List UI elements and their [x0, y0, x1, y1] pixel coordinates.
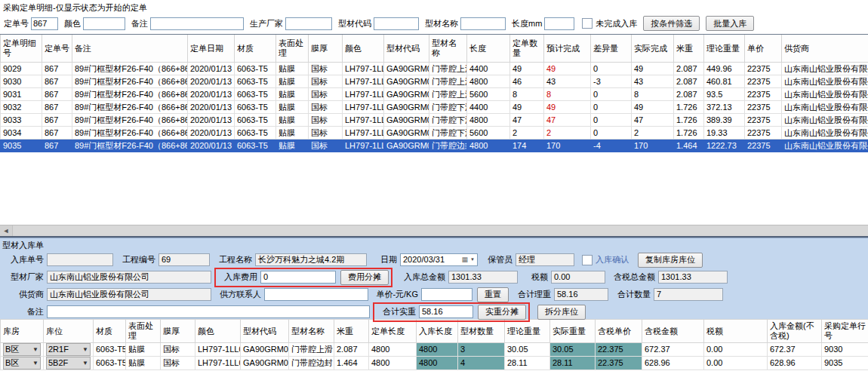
cell: LH797-1LL0 [343, 75, 384, 88]
unit-price-field[interactable] [421, 288, 472, 301]
cell: 贴膜 [276, 140, 309, 152]
copy-warehouse-location-button[interactable]: 复制库房库位 [638, 253, 703, 268]
horizontal-scrollbar[interactable]: ◄ [0, 225, 868, 236]
split-location-button[interactable]: 拆分库位 [537, 305, 586, 320]
manufacturer-filter-input[interactable] [285, 17, 332, 30]
scroll-left-button[interactable]: ◄ [0, 225, 13, 236]
location-select[interactable]: 2R1F▼ [46, 343, 91, 356]
entry-fee-field[interactable]: 0 [260, 271, 336, 284]
cell: 贴膜 [126, 357, 161, 370]
table-row[interactable]: 903586789#门框型材F26-F40（866+867）2020/01/13… [1, 140, 868, 152]
factory-field[interactable]: 山东南山铝业股份有限公司 [47, 271, 211, 284]
cell: 5B2F▼ [44, 357, 94, 370]
batch-entry-button[interactable]: 批量入库 [706, 16, 754, 31]
column-header: 定单号 [42, 35, 72, 63]
warehouse-select[interactable]: B区▼ [3, 343, 41, 356]
inbound-confirm-checkbox[interactable] [582, 255, 593, 265]
color-filter-input[interactable] [83, 17, 125, 30]
supplier-field[interactable]: 山东南山铝业股份有限公司 [47, 288, 211, 301]
cell: 4800 [467, 114, 510, 127]
cell: 9030 [822, 343, 868, 357]
cell: 8 [510, 88, 544, 101]
cell: 49 [544, 63, 591, 75]
table-row[interactable]: B区▼5B2F▼6063-T5贴膜国标LH797-1LL0GA90GRM05门带… [1, 357, 868, 370]
supplier-contact-label: 供方联系人 [211, 289, 261, 300]
cell: 49 [544, 101, 591, 114]
cell: 672.37 [642, 343, 704, 357]
table-row[interactable]: 903186789#门框型材F26-F40（866+867）2020/01/13… [1, 88, 868, 101]
tax-field[interactable]: 0.00 [551, 271, 605, 284]
cell: 2.087 [674, 88, 704, 101]
date-label: 日期 [367, 254, 397, 265]
total-actual-weight-field[interactable]: 58.16 [419, 305, 473, 318]
cell: 89#门框型材F26-F40（866+867） [72, 63, 188, 75]
profile-code-filter-input[interactable] [374, 17, 419, 30]
weight-split-button[interactable]: 实重分摊 [478, 305, 526, 320]
project-no-field[interactable]: 69 [159, 253, 210, 266]
cell: 46 [510, 75, 544, 88]
table-row[interactable]: B区▼2R1F▼6063-T5贴膜国标LH797-1LL0GA90GRM03门带… [1, 343, 868, 357]
cell: 19.33 [704, 127, 745, 140]
remark-label: 备注 [0, 306, 44, 317]
cell: LH797-1LL0 [343, 114, 384, 127]
reset-button[interactable]: 重置 [477, 287, 509, 302]
supplier-contact-field[interactable] [264, 288, 368, 301]
supplier-label: 供货商 [0, 289, 44, 300]
cell: 1.726 [674, 101, 704, 114]
cell: 国标 [309, 88, 343, 101]
cell: 贴膜 [276, 114, 309, 127]
total-with-tax-field[interactable]: 1301.33 [658, 271, 728, 284]
cell: 49 [632, 63, 674, 75]
column-header: 预计完成 [544, 35, 591, 63]
location-select[interactable]: 5B2F▼ [46, 357, 91, 369]
cell: 2020/01/13 [188, 63, 235, 75]
length-filter-input[interactable] [544, 17, 574, 30]
cell: 6063-T5 [235, 63, 276, 75]
cell: 22375 [745, 140, 782, 152]
date-field[interactable]: 2020/03/31 ▦ ▼ [400, 253, 478, 266]
column-header: 表面处理 [126, 320, 161, 343]
cell: GA90GRM04 [384, 114, 429, 127]
cell: 89#门框型材F26-F40（866+867） [72, 101, 188, 114]
column-header: 膜厚 [161, 320, 195, 343]
cell: 867 [42, 101, 72, 114]
cell: GA90GRM05 [384, 140, 429, 152]
total-qty-field[interactable]: 7 [654, 288, 723, 301]
keeper-field[interactable]: 经理 [516, 253, 574, 266]
table-row[interactable]: 903486789#门框型材F26-F40（866+867）2020/01/13… [1, 127, 868, 140]
column-header: 型材代码 [241, 320, 289, 343]
entry-no-field[interactable] [47, 253, 113, 266]
remark-filter-input[interactable] [150, 17, 244, 30]
remark-field[interactable] [47, 305, 370, 318]
total-amount-field[interactable]: 1301.33 [448, 271, 518, 284]
cell: 0.00 [704, 343, 768, 357]
cell: 国标 [309, 140, 343, 152]
cell: 6063-T5 [235, 140, 276, 152]
table-row[interactable]: 903086789#门框型材F26-F40（866+867）2020/01/13… [1, 75, 868, 88]
order-no-input[interactable] [31, 17, 58, 30]
cell: 5600 [467, 127, 510, 140]
fee-split-button[interactable]: 费用分摊 [340, 270, 389, 285]
table-row[interactable]: 903286789#门框型材F26-F40（866+867）2020/01/13… [1, 101, 868, 114]
fee-highlight-box: 入库费用 0 费用分摊 [214, 268, 392, 287]
column-header: 理论重量 [505, 320, 550, 343]
cell: 9035 [822, 357, 868, 370]
filter-by-condition-button[interactable]: 按条件筛选 [643, 16, 700, 31]
total-theory-weight-field[interactable]: 58.16 [554, 288, 608, 301]
unfinished-checkbox[interactable] [582, 18, 593, 29]
profile-name-filter-input[interactable] [460, 17, 506, 30]
inbound-panel: 型材入库单 入库单号 工程编号 69 工程名称 长沙万科魅力之城4.2期 日期 … [0, 238, 868, 319]
project-name-field[interactable]: 长沙万科魅力之城4.2期 [255, 253, 367, 266]
warehouse-select[interactable]: B区▼ [3, 357, 41, 369]
column-header: 定单明细号 [1, 35, 42, 63]
cell: B区▼ [1, 357, 44, 370]
cell: GA90GRM04 [384, 127, 429, 140]
cell: 2020/01/13 [188, 127, 235, 140]
cell: 山东南山铝业股份有限公司 [782, 127, 868, 140]
cell: 49 [510, 101, 544, 114]
table-row[interactable]: 903386789#门框型材F26-F40（866+867）2020/01/13… [1, 114, 868, 127]
table-row[interactable]: 902986789#门框型材F26-F40（866+867）2020/01/13… [1, 63, 868, 75]
cell: 22375 [745, 101, 782, 114]
cell: 22375 [745, 127, 782, 140]
cell: 4800 [417, 343, 458, 357]
